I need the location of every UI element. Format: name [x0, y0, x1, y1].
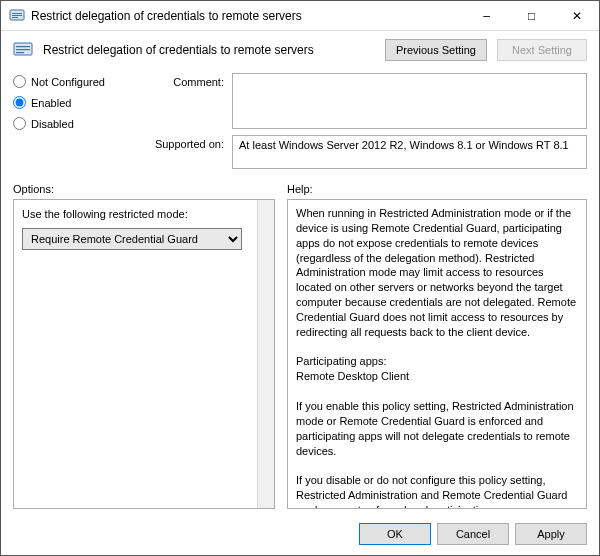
options-scrollbar[interactable] [257, 200, 274, 508]
mode-select[interactable]: Require Remote Credential Guard [22, 228, 242, 250]
radio-not-configured-input[interactable] [13, 75, 26, 88]
supported-row: Supported on: At least Windows Server 20… [142, 135, 587, 169]
options-header: Options: [13, 183, 275, 195]
policy-icon [9, 8, 25, 24]
panels: Use the following restricted mode: Requi… [1, 197, 599, 517]
mode-label: Use the following restricted mode: [22, 208, 266, 220]
previous-setting-button[interactable]: Previous Setting [385, 39, 487, 61]
header-row: Restrict delegation of credentials to re… [1, 31, 599, 69]
page-title: Restrict delegation of credentials to re… [43, 43, 375, 57]
cancel-button[interactable]: Cancel [437, 523, 509, 545]
window-controls: – □ ✕ [464, 1, 599, 30]
radio-enabled-label: Enabled [31, 97, 71, 109]
svg-rect-5 [16, 46, 30, 47]
radio-enabled[interactable]: Enabled [13, 96, 128, 109]
radio-disabled-label: Disabled [31, 118, 74, 130]
radio-not-configured[interactable]: Not Configured [13, 75, 128, 88]
radio-disabled[interactable]: Disabled [13, 117, 128, 130]
svg-rect-1 [12, 13, 22, 14]
state-radios: Not Configured Enabled Disabled [13, 73, 128, 169]
comment-input[interactable] [232, 73, 587, 129]
supported-label: Supported on: [142, 135, 224, 150]
apply-button[interactable]: Apply [515, 523, 587, 545]
supported-value: At least Windows Server 2012 R2, Windows… [232, 135, 587, 169]
ok-button[interactable]: OK [359, 523, 431, 545]
help-panel[interactable]: When running in Restricted Administratio… [287, 199, 587, 509]
comment-label: Comment: [142, 73, 224, 88]
minimize-button[interactable]: – [464, 1, 509, 30]
radio-not-configured-label: Not Configured [31, 76, 105, 88]
radio-enabled-input[interactable] [13, 96, 26, 109]
comment-row: Comment: [142, 73, 587, 129]
policy-icon [13, 40, 33, 60]
radio-disabled-input[interactable] [13, 117, 26, 130]
svg-rect-6 [16, 49, 30, 50]
footer: OK Cancel Apply [1, 517, 599, 555]
panel-headers: Options: Help: [1, 177, 599, 197]
close-button[interactable]: ✕ [554, 1, 599, 30]
window-title: Restrict delegation of credentials to re… [31, 9, 464, 23]
state-fields: Comment: Supported on: At least Windows … [142, 73, 587, 169]
help-header: Help: [287, 183, 587, 195]
next-setting-button: Next Setting [497, 39, 587, 61]
svg-rect-7 [16, 52, 24, 53]
state-block: Not Configured Enabled Disabled Comment:… [1, 69, 599, 177]
svg-rect-2 [12, 15, 22, 16]
maximize-button[interactable]: □ [509, 1, 554, 30]
titlebar: Restrict delegation of credentials to re… [1, 1, 599, 31]
options-panel: Use the following restricted mode: Requi… [13, 199, 275, 509]
svg-rect-3 [12, 17, 18, 18]
